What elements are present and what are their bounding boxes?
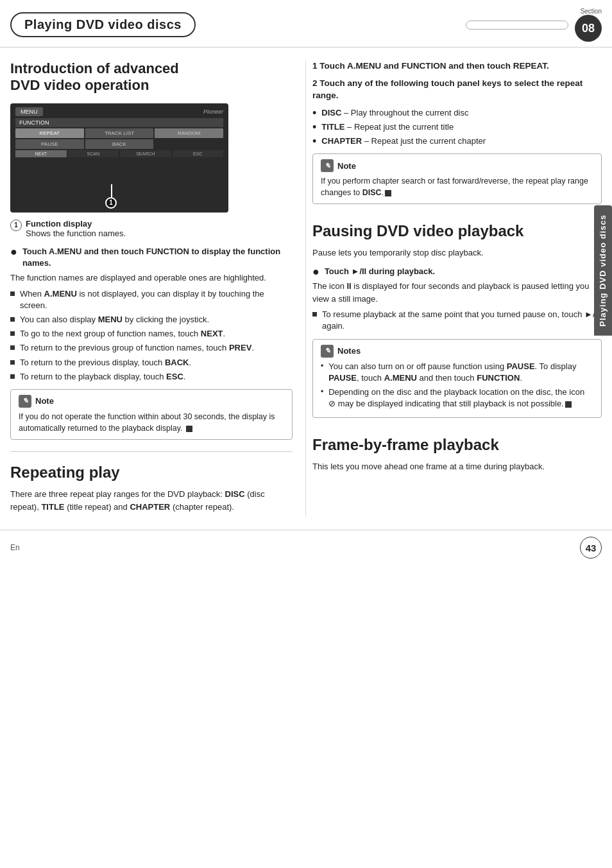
frame-body: This lets you move ahead one frame at a … — [312, 460, 602, 473]
dvd-function-label: FUNCTION — [15, 118, 223, 127]
bullet-dot-icon: • — [312, 121, 316, 133]
callout-title: Function display — [26, 219, 92, 229]
pausing-bullet-1: ● Touch ►/II during playback. — [312, 266, 602, 277]
dvd-btn-pause: PAUSE — [15, 139, 84, 149]
repeating-body: There are three repeat play ranges for t… — [10, 488, 293, 513]
intro-heading: Introduction of advanced DVD video opera… — [10, 60, 293, 94]
header-pill-right — [466, 21, 568, 30]
callout-label-1: 1 Function display Shows the function na… — [10, 219, 293, 238]
dvd-btn-repeat: REPEAT — [15, 128, 84, 138]
footer-lang: En — [10, 543, 20, 552]
side-tab: Playing DVD video discs — [594, 205, 612, 336]
callout-circle-1: 1 — [105, 197, 117, 209]
note2-bullet-dot: • — [321, 362, 323, 370]
dvd-btn-tracklist: TRACK LIST — [85, 128, 154, 138]
note-icon-2: ✎ — [321, 345, 334, 358]
dvd-nav-row: NEXT SCAN SEARCH ESC — [15, 150, 223, 157]
dvd-screen-image: MENU Pioneer FUNCTION REPEAT TRACK LIST … — [10, 103, 228, 213]
bullet-square-icon — [10, 331, 15, 336]
bullet-3: To go to the next group of function name… — [10, 328, 293, 340]
note2-bullet-2-text: Depending on the disc and the playback l… — [328, 386, 593, 410]
note-icon-right: ✎ — [321, 159, 334, 172]
section-label-area: Section 08 — [575, 8, 602, 42]
pausing-bullet-heading: Touch ►/II during playback. — [325, 266, 435, 277]
note-box-1: ✎ Note If you do not operate the functio… — [10, 389, 293, 440]
right-column: 1 Touch A.MENU and FUNCTION and then tou… — [305, 60, 602, 517]
pausing-body2: The icon II is displayed for four second… — [312, 280, 602, 305]
bullet-square-icon — [10, 360, 15, 365]
note-text-1: If you do not operate the function withi… — [19, 411, 284, 434]
pausing-section: Pausing DVD video playback Pause lets yo… — [312, 222, 602, 418]
main-content: Introduction of advanced DVD video opera… — [0, 48, 612, 517]
dvd-btn-back: BACK — [85, 139, 154, 149]
frame-section: Frame-by-frame playback This lets you mo… — [312, 436, 602, 473]
callout-desc: Function display Shows the function name… — [26, 219, 126, 238]
note-title-2: ✎ Notes — [321, 345, 593, 358]
right-bullet-title: • TITLE – Repeat just the current title — [312, 121, 602, 133]
dvd-logo: Pioneer — [203, 108, 223, 115]
stop-icon — [565, 401, 572, 408]
page-header: Playing DVD video discs Section 08 — [0, 0, 612, 48]
note-box-right-1: ✎ Note If you perform chapter search or … — [312, 153, 602, 204]
dvd-nav-search: SEARCH — [120, 150, 171, 157]
bullet-3-text: To go to the next group of function name… — [20, 328, 225, 340]
note-icon: ✎ — [19, 395, 31, 408]
body-1: The function names are displayed and ope… — [10, 272, 293, 284]
callout-line — [111, 184, 112, 197]
stop-icon — [186, 426, 192, 432]
pausing-body: Pause lets you temporarily stop disc pla… — [312, 247, 602, 259]
dvd-nav-esc: ESC — [173, 150, 224, 157]
note2-bullet-dot: • — [321, 388, 323, 395]
bullet-1: When A.MENU is not displayed, you can di… — [10, 288, 293, 311]
callout-num-1: 1 — [10, 220, 22, 231]
bullet-square-icon — [10, 291, 15, 296]
bullet-4-text: To return to the previous group of funct… — [20, 342, 254, 354]
bullet-5-text: To return to the previous display, touch… — [20, 357, 191, 369]
note-title-1: ✎ Note — [19, 395, 284, 408]
note-text-right-1: If you perform chapter search or fast fo… — [321, 175, 593, 198]
bullet-dot-icon: • — [312, 135, 316, 147]
right-bullet-title-text: TITLE – Repeat just the current title — [321, 121, 454, 133]
note2-bullet-2: • Depending on the disc and the playback… — [321, 386, 593, 410]
dvd-menu-btn: MENU — [15, 107, 43, 116]
step1-heading: 1 Touch A.MENU and FUNCTION and then tou… — [312, 60, 602, 73]
dvd-nav-scan: SCAN — [68, 150, 119, 157]
note-box-2: ✎ Notes • You can also turn on or off pa… — [312, 339, 602, 419]
pausing-bullet-2-text: To resume playback at the same point tha… — [322, 309, 602, 332]
note-text-2: • You can also turn on or off pause func… — [321, 361, 593, 410]
bullet-5: To return to the previous display, touch… — [10, 357, 293, 369]
bullet-2-text: You can also display MENU by clicking th… — [20, 314, 209, 326]
bullet-1-text: When A.MENU is not displayed, you can di… — [20, 288, 293, 311]
dvd-button-grid: REPEAT TRACK LIST RANDOM PAUSE BACK — [15, 128, 223, 149]
bullet-square-icon — [312, 312, 317, 317]
bullet-heading-text: Touch A.MENU and then touch FUNCTION to … — [22, 246, 293, 269]
bullet-square-icon — [10, 374, 15, 379]
frame-heading: Frame-by-frame playback — [312, 436, 602, 454]
bullet-dot-icon: ● — [312, 266, 319, 277]
repeating-heading: Repeating play — [10, 464, 293, 482]
page-title: Playing DVD video discs — [10, 12, 196, 37]
pausing-bullet-2: To resume playback at the same point tha… — [312, 309, 602, 332]
bullet-4: To return to the previous group of funct… — [10, 342, 293, 354]
right-bullet-chapter: • CHAPTER – Repeat just the current chap… — [312, 135, 602, 147]
bullet-square-icon — [10, 317, 15, 322]
pausing-heading: Pausing DVD video playback — [312, 222, 602, 240]
bullet-dot-icon: ● — [10, 246, 17, 257]
bullet-6: To return to the playback display, touch… — [10, 371, 293, 383]
dvd-nav-next: NEXT — [15, 150, 67, 157]
bullet-6-text: To return to the playback display, touch… — [20, 371, 185, 383]
left-column: Introduction of advanced DVD video opera… — [10, 60, 305, 517]
note2-bullet-1: • You can also turn on or off pause func… — [321, 361, 593, 384]
note-title-right-1: ✎ Note — [321, 159, 593, 172]
note2-bullet-1-text: You can also turn on or off pause functi… — [328, 361, 593, 384]
bullet-square-icon — [10, 345, 15, 350]
right-bullet-chapter-text: CHAPTER – Repeat just the current chapte… — [321, 135, 486, 147]
section-badge: 08 — [575, 15, 602, 42]
divider-1 — [10, 451, 293, 452]
footer-page: 43 — [580, 537, 602, 559]
callout-body: Shows the function names. — [26, 229, 126, 238]
header-right: Section 08 — [466, 8, 602, 42]
main-bullet-heading: ● Touch A.MENU and then touch FUNCTION t… — [10, 246, 293, 269]
right-bullet-disc: • DISC – Play throughout the current dis… — [312, 107, 602, 119]
bullet-2: You can also display MENU by clicking th… — [10, 314, 293, 326]
